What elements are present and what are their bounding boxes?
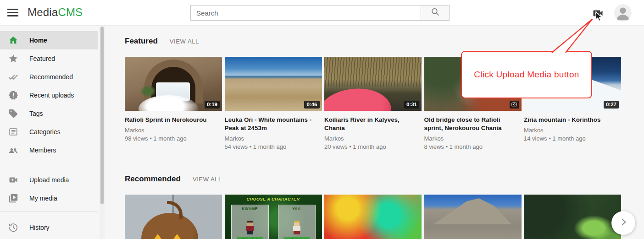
carousel-next-button[interactable]: [611, 211, 635, 235]
video-thumbnail[interactable]: 0:31: [324, 57, 422, 111]
section-title-recommended: Recommended: [125, 174, 181, 184]
duration-badge: 0:19: [205, 101, 220, 109]
sidebar-item-recommended[interactable]: Recommended: [0, 68, 98, 86]
video-title[interactable]: Leuka Ori - White mountains - Peak at 24…: [225, 116, 319, 132]
sidebar-divider: [0, 165, 98, 165]
done-all-icon: [8, 71, 19, 82]
sidebar-item-label: Tags: [29, 110, 43, 117]
video-meta: 8 views • 1 month ago: [424, 143, 522, 151]
new-releases-icon: [8, 90, 19, 101]
video-author[interactable]: Markos: [424, 135, 522, 143]
duration-badge: 0:46: [304, 101, 319, 109]
media-card: CHOOSE A CHARACTER KWAME YAA Selected Se…: [225, 195, 322, 239]
video-thumbnail[interactable]: [524, 195, 621, 239]
media-card: 0:19 Rafioli Sprint in Nerokourou Markos…: [125, 57, 222, 151]
thumbnail-art: [140, 85, 156, 97]
video-thumbnail[interactable]: 0:46: [225, 57, 322, 111]
media-card: 0:46 Leuka Ori - White mountains - Peak …: [225, 57, 322, 151]
sidebar-item-members[interactable]: Members: [0, 141, 98, 159]
photo-camera-icon: [510, 101, 519, 109]
sidebar-item-upload-media[interactable]: Upload media: [0, 171, 98, 189]
thumbnail-art: [293, 221, 300, 234]
sidebar-scrollbar[interactable]: [100, 26, 105, 239]
sidebar-item-home[interactable]: Home: [0, 31, 98, 49]
media-card: [424, 195, 522, 239]
duration-badge: 0:27: [604, 101, 619, 109]
logo-cms: CMS: [58, 6, 83, 18]
video-author[interactable]: Markos: [225, 135, 322, 143]
app-logo[interactable]: MediaCMS: [28, 6, 83, 19]
sidebar-item-label: History: [29, 224, 50, 231]
annotation-tooltip: Click Upload Media button: [461, 51, 592, 98]
sidebar-item-my-media[interactable]: My media: [0, 189, 98, 207]
tag-icon: [8, 108, 19, 119]
scrollbar-thumb[interactable]: [100, 27, 104, 204]
sidebar-item-label: Recent uploads: [29, 92, 74, 99]
media-card: [524, 195, 621, 239]
video-author[interactable]: Markos: [524, 126, 621, 135]
video-thumbnail[interactable]: CHOOSE A CHARACTER KWAME YAA Selected Se…: [225, 195, 322, 239]
video-meta: 14 views • 1 month ago: [524, 135, 621, 143]
members-icon: [8, 145, 19, 156]
sidebar-item-history[interactable]: History: [0, 218, 98, 237]
categories-icon: [8, 126, 19, 137]
thumbnail-button-label: Select: [283, 237, 310, 239]
thumbnail-art: YAA: [278, 205, 316, 239]
thumbnail-art: [153, 234, 162, 239]
menu-icon[interactable]: [7, 9, 18, 17]
sidebar-item-label: My media: [29, 195, 57, 202]
thumbnail-art: [324, 57, 422, 87]
search-button[interactable]: [421, 5, 450, 21]
logo-media: Media: [28, 6, 58, 18]
history-icon: [8, 222, 19, 233]
thumbnail-button-label: Selected: [237, 237, 263, 239]
video-meta: 20 views • 1 month ago: [324, 143, 422, 151]
video-library-icon: [8, 193, 19, 204]
thumbnail-art: [172, 234, 182, 239]
recommended-view-all-link[interactable]: VIEW ALL: [193, 176, 222, 183]
video-title[interactable]: Rafioli Sprint in Nerokourou: [125, 116, 219, 124]
video-title[interactable]: Ziria mountain - Korinthos: [524, 116, 618, 124]
video-title[interactable]: Old bridge close to Rafioli sprint, Nero…: [424, 116, 519, 132]
media-card: 0:31 Koiliaris River in Kalyves, Chania …: [324, 57, 422, 151]
video-thumbnail[interactable]: [324, 195, 422, 239]
sidebar-item-tags[interactable]: Tags: [0, 104, 98, 123]
thumbnail-game-title: CHOOSE A CHARACTER: [225, 197, 322, 201]
sidebar-item-label: Home: [29, 37, 47, 44]
video-thumbnail[interactable]: [424, 195, 522, 239]
home-icon: [8, 35, 19, 46]
featured-section-header: Featured VIEW ALL: [125, 37, 199, 46]
recommended-section-header: Recommended VIEW ALL: [125, 174, 222, 184]
sidebar-item-label: Recommended: [29, 73, 73, 81]
thumbnail-art: [167, 201, 183, 219]
media-card: [324, 195, 422, 239]
video-meta: 98 views • 1 month ago: [125, 135, 222, 143]
search-icon: [431, 7, 440, 18]
thumbnail-art: KWAME: [231, 205, 269, 239]
thumbnail-art: [246, 221, 254, 234]
sidebar-item-label: Members: [29, 147, 56, 154]
annotation-text: Click Upload Media button: [474, 70, 579, 80]
sidebar-item-recent-uploads[interactable]: Recent uploads: [0, 86, 98, 104]
section-title-featured: Featured: [125, 37, 158, 46]
star-icon: [8, 53, 19, 64]
video-thumbnail[interactable]: [125, 195, 222, 239]
video-title[interactable]: Koiliaris River in Kalyves, Chania: [324, 116, 419, 132]
search-input[interactable]: [190, 5, 421, 21]
sidebar-item-label: Upload media: [29, 176, 69, 184]
sidebar-divider: [0, 211, 98, 212]
sidebar: Home Featured Recommended Recent uploads…: [0, 26, 98, 239]
video-thumbnail[interactable]: 0:19: [125, 57, 222, 111]
sidebar-item-featured[interactable]: Featured: [0, 49, 98, 68]
video-call-icon: [8, 174, 19, 185]
video-author[interactable]: Markos: [324, 135, 422, 143]
chevron-right-icon: [618, 217, 628, 229]
sidebar-item-categories[interactable]: Categories: [0, 123, 98, 141]
thumbnail-art: [434, 198, 511, 224]
duration-badge: 0:31: [404, 101, 419, 109]
user-avatar[interactable]: [614, 4, 632, 22]
video-author[interactable]: Markos: [125, 126, 222, 135]
recommended-row: CHOOSE A CHARACTER KWAME YAA Selected Se…: [125, 195, 621, 239]
thumbnail-art: [324, 85, 394, 111]
featured-view-all-link[interactable]: VIEW ALL: [170, 38, 199, 45]
